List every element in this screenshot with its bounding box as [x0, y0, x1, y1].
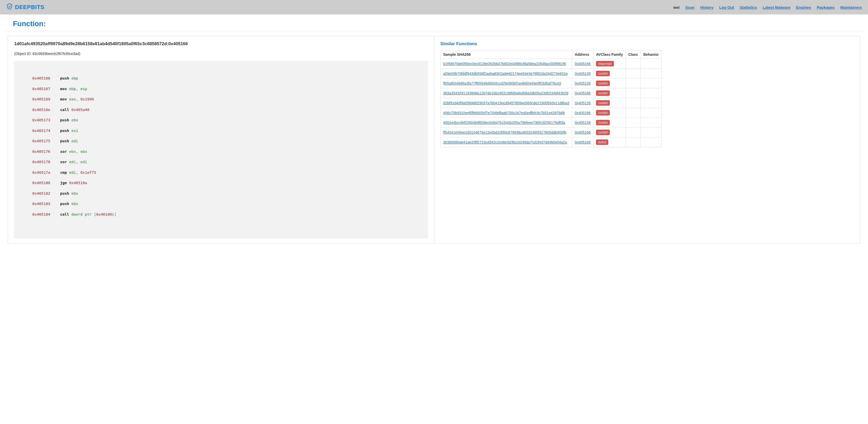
nav-scan[interactable]: Scan: [685, 5, 694, 9]
asm-address: 0x405180: [32, 181, 56, 185]
address-link[interactable]: 0x405126: [575, 101, 591, 105]
class-cell: [625, 137, 641, 147]
asm-address: 0x405178: [32, 160, 56, 164]
asm-instruction: push ebx: [60, 202, 78, 206]
nav-history[interactable]: History: [700, 5, 714, 9]
class-cell: [625, 118, 641, 128]
sample-sha-link[interactable]: b1f58979de055ec0ec9128e392b647b802e44f86…: [443, 62, 566, 66]
table-row: 406c75b9310eef0fb8905cf7e7048dfaab730c24…: [440, 108, 661, 118]
address-link[interactable]: 0x405166: [575, 62, 591, 66]
avclass-family-badge: lockbit: [596, 130, 610, 135]
asm-instruction: push esi: [60, 129, 78, 133]
class-cell: [625, 79, 641, 88]
class-cell: [625, 108, 641, 118]
asm-instruction: xor edi, edi: [60, 160, 87, 164]
asm-row: 0x405173push ebx: [32, 118, 410, 122]
disassembly-block: 0x405166push ebp0x405167mov ebp, esp0x40…: [14, 61, 428, 238]
current-user: wei: [674, 5, 680, 9]
address-link[interactable]: 0x405166: [575, 140, 591, 144]
behavior-cell: [641, 128, 661, 137]
asm-row: 0x405175push edi: [32, 139, 410, 143]
table-row: ff05af6348d6a3fa77ff65648d95b5ccd2fe089b…: [440, 79, 661, 88]
nav-engines[interactable]: Engines: [796, 5, 811, 9]
table-header: Class: [625, 50, 641, 59]
asm-row: 0x405166push ebp: [32, 77, 410, 80]
object-id: (Object ID: 63c9693beecb2f67b39ce3ad): [14, 52, 428, 56]
asm-address: 0x40517a: [32, 171, 56, 174]
avclass-family-badge: lockbit: [596, 120, 610, 125]
table-row: a59e09b73fddf543db558f2aeba8302a9e82174e…: [440, 69, 661, 79]
asm-address: 0x40516e: [32, 108, 56, 112]
asm-address: 0x405173: [32, 118, 56, 122]
brand-text: DEEPBITS: [15, 4, 44, 10]
nav-statistics[interactable]: Statistics: [740, 5, 757, 9]
asm-row: 0x405178xor edi, edi: [32, 160, 410, 164]
similar-panel: Similar Functions Sample SHA256AddressAV…: [434, 36, 861, 244]
behavior-cell: [641, 108, 661, 118]
address-link[interactable]: 0x405166: [575, 131, 591, 135]
brand-logo[interactable]: DEEPBITS: [6, 3, 44, 11]
behavior-cell: [641, 98, 661, 108]
avclass-family-badge: dofoil: [596, 139, 608, 145]
asm-address: 0x405166: [32, 77, 56, 80]
avclass-family-badge: lockbit: [596, 71, 610, 76]
asm-row: 0x405169mov eax, 0x1990: [32, 97, 410, 101]
sample-sha-link[interactable]: 30385080a641ae25ff2723cd342c2e38e3d3fa1b…: [443, 140, 567, 144]
asm-row: 0x40517acmp edi, 0x1ef75: [32, 171, 410, 174]
asm-address: 0x405184: [32, 213, 56, 217]
table-header: Sample SHA256: [440, 50, 572, 59]
asm-address: 0x405169: [32, 97, 56, 101]
class-cell: [625, 59, 641, 69]
asm-instruction: push edi: [60, 139, 78, 143]
asm-address: 0x405174: [32, 129, 56, 133]
address-link[interactable]: 0x405166: [575, 91, 591, 95]
nav-maintainers[interactable]: Maintainers: [840, 5, 862, 9]
avclass-family-badge: lockbit: [596, 81, 610, 86]
asm-row: 0x405184call dword ptr [0x40100c]: [32, 213, 410, 217]
address-link[interactable]: 0x405126: [575, 72, 591, 76]
sample-sha-link[interactable]: ff05af6348d6a3fa77ff65648d95b5ccd2fe089b…: [443, 81, 561, 85]
class-cell: [625, 98, 641, 108]
asm-address: 0x405167: [32, 87, 56, 91]
asm-address: 0x405183: [32, 202, 56, 206]
nav-logout[interactable]: Log Out: [719, 5, 734, 9]
nav-packages[interactable]: Packages: [817, 5, 834, 9]
function-panel: 1d01afc493520aff9970a89d9e28b6158e81ab4d…: [8, 36, 434, 244]
asm-instruction: jge 0x40518a: [60, 181, 87, 185]
asm-instruction: xor ebx, ebx: [60, 150, 87, 153]
sample-sha-link[interactable]: a59e09b73fddf543db558f2aeba8302a9e82174e…: [443, 72, 568, 76]
asm-instruction: push ebx: [60, 118, 78, 122]
class-cell: [625, 88, 641, 98]
behavior-cell: [641, 69, 661, 79]
table-header: Address: [572, 50, 593, 59]
asm-row: 0x405174push esi: [32, 129, 410, 133]
table-row: 363a3343291163898a12b7de1bbc452c36fd9afe…: [440, 88, 661, 98]
top-header: DEEPBITS wei Scan History Log Out Statis…: [0, 0, 868, 15]
behavior-cell: [641, 137, 661, 147]
behavior-cell: [641, 88, 661, 98]
class-cell: [625, 128, 641, 137]
sample-sha-link[interactable]: ff54341e06ee160144675e12e0bd10f90c679938…: [443, 131, 566, 135]
top-nav: wei Scan History Log Out Statistics Late…: [674, 5, 862, 9]
table-header: AVClass Family: [593, 50, 625, 59]
sample-sha-link[interactable]: 406c75b9310eef0fb8905cf7e7048dfaab730c24…: [443, 111, 565, 115]
address-link[interactable]: 0x405126: [575, 81, 591, 85]
sample-sha-link[interactable]: 363a3343291163898a12b7de1bbc452c36fd9afe…: [443, 91, 568, 95]
page-title: Function:: [5, 15, 863, 31]
similar-functions-table: Sample SHA256AddressAVClass FamilyClassB…: [440, 50, 662, 147]
asm-row: 0x40516ecall 0x405a40: [32, 108, 410, 112]
class-cell: [625, 69, 641, 79]
address-link[interactable]: 0x405166: [575, 111, 591, 115]
asm-row: 0x405176xor ebx, ebx: [32, 150, 410, 153]
table-row: 52bf91d40f9a5569d029037a7b0415ecd9457859…: [440, 98, 661, 108]
avclass-family-badge: lockbit: [596, 110, 610, 115]
asm-instruction: call dword ptr [0x40100c]: [60, 213, 116, 217]
address-link[interactable]: 0x405126: [575, 121, 591, 125]
sample-sha-link[interactable]: 52bf91d40f9a5569d029037a7b0415ecd9457859…: [443, 101, 569, 105]
nav-latest-malware[interactable]: Latest Malware: [763, 5, 790, 9]
asm-instruction: push ebp: [60, 77, 78, 80]
sample-sha-link[interactable]: 4952e4bccfef32604b8f658ecb0647b1544b205a…: [443, 121, 565, 125]
table-row: b1f58979de055ec0ec9128e392b647b802e44f86…: [440, 59, 661, 69]
table-row: 30385080a641ae25ff2723cd342c2e38e3d3fa1b…: [440, 137, 661, 147]
avclass-family-badge: stopcrypt: [596, 61, 614, 66]
